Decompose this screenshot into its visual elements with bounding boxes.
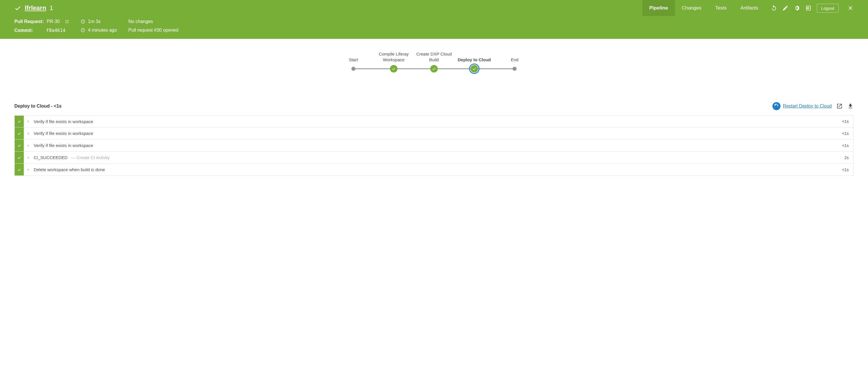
stage-success-icon[interactable] — [390, 65, 398, 72]
pipeline-stage[interactable]: End — [494, 50, 535, 73]
steps-section: Deploy to Cloud - <1s Restart Deploy to … — [0, 96, 868, 187]
step-row[interactable]: Verify if file exists in workspace <1s — [14, 115, 854, 127]
step-name: Verify if file exists in workspace — [33, 119, 837, 124]
stage-label: End — [511, 50, 519, 64]
rerun-icon[interactable] — [771, 5, 777, 11]
stage-label: Compile Liferay Workspace — [374, 50, 414, 64]
project-link[interactable]: lfrlearn — [25, 4, 46, 12]
stage-label: Start — [349, 50, 358, 64]
changes-summary: No changes — [128, 19, 153, 24]
stage-success-icon[interactable] — [470, 65, 478, 72]
duration-icon — [81, 19, 85, 24]
commit-label: Commit: — [14, 28, 43, 33]
open-external-icon[interactable] — [836, 103, 843, 109]
chevron-right-icon — [24, 168, 33, 171]
header-top-bar: lfrlearn 1 Pipeline Changes Tests Artifa… — [0, 0, 868, 16]
nav-icons: Logout — [771, 4, 854, 13]
tab-changes[interactable]: Changes — [675, 0, 708, 16]
steps-title: Deploy to Cloud - <1s — [14, 103, 62, 109]
step-duration: <1s — [837, 143, 853, 148]
close-icon[interactable] — [847, 5, 854, 11]
commit-value: f8a4614 — [46, 28, 65, 33]
step-duration: <1s — [837, 119, 853, 124]
external-link-icon[interactable] — [65, 20, 69, 24]
header-nav: Pipeline Changes Tests Artifacts Logout — [642, 0, 854, 16]
pipeline-stage[interactable]: Compile Liferay Workspace — [374, 50, 414, 73]
time-value: 4 minutes ago — [88, 28, 117, 33]
chevron-right-icon — [24, 156, 33, 159]
run-title: lfrlearn 1 — [14, 4, 53, 12]
header: lfrlearn 1 Pipeline Changes Tests Artifa… — [0, 0, 868, 39]
duration-value: 1m 3s — [88, 19, 101, 24]
tab-artifacts[interactable]: Artifacts — [734, 0, 765, 16]
chevron-right-icon — [24, 120, 33, 123]
gear-icon[interactable] — [794, 5, 800, 11]
step-name: Delete workspace when build is done — [33, 167, 837, 172]
stage-dot[interactable] — [351, 67, 355, 71]
tab-pipeline[interactable]: Pipeline — [642, 0, 675, 16]
stage-dot[interactable] — [513, 67, 517, 71]
success-icon — [14, 5, 21, 11]
step-success-icon — [15, 127, 24, 139]
stage-label: Create DXP Cloud Build — [414, 50, 454, 64]
stage-success-icon[interactable] — [430, 65, 438, 72]
stage-label: Deploy to Cloud — [458, 50, 491, 64]
step-duration: <1s — [837, 131, 853, 136]
clock-icon — [81, 28, 85, 32]
step-name: Verify if file exists in workspace — [33, 131, 837, 136]
download-icon[interactable] — [847, 103, 854, 109]
step-row[interactable]: Delete workspace when build is done <1s — [14, 164, 854, 176]
step-name: Verify if file exists in workspace — [33, 143, 837, 148]
step-name: CI_SUCCEEDED — Create CI Activity — [33, 155, 840, 160]
exit-icon[interactable] — [805, 5, 812, 11]
pipeline-stage[interactable]: Start — [333, 50, 374, 73]
step-row[interactable]: Verify if file exists in workspace <1s — [14, 127, 854, 139]
step-duration: <1s — [837, 167, 853, 172]
steps-list: Verify if file exists in workspace <1s V… — [14, 115, 854, 176]
logout-button[interactable]: Logout — [817, 4, 839, 13]
step-success-icon — [15, 116, 24, 127]
pipeline-stage[interactable]: Deploy to Cloud — [454, 50, 494, 73]
step-success-icon — [15, 152, 24, 163]
step-duration: 2s — [840, 155, 853, 160]
step-row[interactable]: CI_SUCCEEDED — Create CI Activity 2s — [14, 152, 854, 164]
pr-value: PR-30 — [46, 19, 60, 24]
chevron-right-icon — [24, 132, 33, 135]
step-success-icon — [15, 139, 24, 151]
step-row[interactable]: Verify if file exists in workspace <1s — [14, 139, 854, 152]
run-metadata: Pull Request: PR-30 Commit: f8a4614 1m 3… — [0, 16, 868, 39]
restart-icon — [772, 102, 780, 110]
restart-link: Restart Deploy to Cloud — [783, 103, 832, 109]
pr-event: Pull request #30 opened — [128, 28, 178, 33]
pr-label: Pull Request: — [14, 19, 44, 24]
chevron-right-icon — [24, 144, 33, 147]
run-number: 1 — [50, 4, 53, 12]
edit-icon[interactable] — [782, 5, 788, 11]
tab-tests[interactable]: Tests — [708, 0, 734, 16]
pipeline-stage[interactable]: Create DXP Cloud Build — [414, 50, 454, 73]
step-subtitle: — Create CI Activity — [70, 155, 110, 160]
restart-button[interactable]: Restart Deploy to Cloud — [772, 102, 832, 110]
pipeline-visualization: StartCompile Liferay WorkspaceCreate DXP… — [0, 39, 868, 96]
step-success-icon — [15, 164, 24, 176]
